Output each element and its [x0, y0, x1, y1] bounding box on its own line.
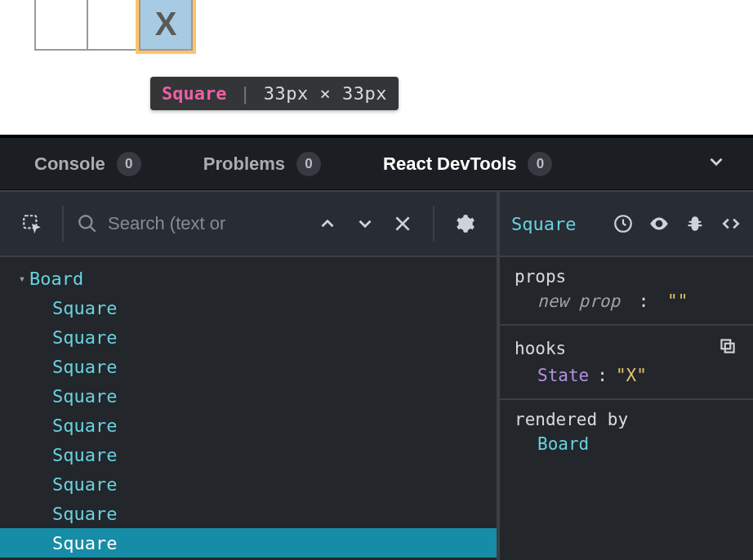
svg-line-2: [91, 227, 96, 232]
props-section: props new prop : "": [500, 257, 753, 326]
gear-icon: [454, 213, 475, 234]
tree-item-square[interactable]: Square: [0, 352, 497, 381]
search-prev-button[interactable]: [310, 207, 345, 241]
tree-item-square[interactable]: Square: [0, 411, 497, 440]
tree-item-square[interactable]: Square: [0, 293, 497, 322]
tooltip-separator: |: [239, 83, 250, 104]
tab-label: Problems: [203, 153, 285, 175]
toolbar-divider: [433, 206, 434, 242]
tic-tac-toe-board: X: [34, 0, 191, 51]
tree-search[interactable]: [77, 213, 302, 234]
section-title-text: rendered by: [515, 410, 628, 429]
tab-console[interactable]: Console 0: [34, 152, 141, 176]
tooltip-dimensions: 33px × 33px: [264, 83, 387, 104]
component-details-pane: Square props: [500, 192, 753, 560]
bug-icon: [684, 213, 706, 234]
devtools-panel: Console 0 Problems 0 React DevTools 0: [0, 135, 753, 560]
search-next-button[interactable]: [348, 207, 382, 241]
tab-react-devtools[interactable]: React DevTools 0: [383, 152, 552, 176]
details-toolbar: Square: [500, 192, 753, 257]
new-prop-row[interactable]: new prop : "": [515, 291, 738, 311]
tooltip-component-name: Square: [162, 83, 226, 104]
inspector-tooltip: Square | 33px × 33px: [150, 77, 399, 110]
tree-item-label: Square: [52, 357, 117, 377]
tab-badge: 0: [528, 152, 552, 176]
tree-item-square[interactable]: Square: [0, 381, 497, 411]
code-icon: [720, 213, 742, 234]
tree-item-label: Square: [52, 474, 117, 495]
tab-badge: 0: [296, 152, 321, 176]
hook-value: "X": [616, 366, 647, 385]
tree-item-square[interactable]: Square: [0, 499, 497, 528]
tree-expand-arrow-icon[interactable]: ▾: [15, 272, 29, 285]
rendered-by-link[interactable]: Board: [537, 434, 589, 454]
tree-item-square[interactable]: Square: [0, 469, 497, 499]
tab-problems[interactable]: Problems 0: [203, 152, 321, 176]
tree-item-label: Square: [52, 416, 117, 436]
tree-item-board[interactable]: ▾Board: [0, 264, 497, 293]
settings-button[interactable]: [448, 207, 482, 241]
tree-item-label: Square: [52, 327, 117, 348]
tree-item-label: Board: [29, 269, 83, 289]
new-prop-value[interactable]: "": [667, 291, 688, 311]
inspect-element-button[interactable]: [15, 207, 49, 241]
tree-item-label: Square: [52, 533, 117, 553]
square-cell[interactable]: [34, 0, 88, 51]
log-to-console-button[interactable]: [684, 213, 706, 234]
tree-item-label: Square: [52, 504, 117, 524]
inspect-dom-button[interactable]: [648, 213, 670, 234]
devtools-tabs: Console 0 Problems 0 React DevTools 0: [0, 138, 753, 190]
selected-component-name: Square: [511, 214, 599, 234]
eye-icon: [648, 213, 670, 234]
tabs-overflow-toggle[interactable]: [706, 151, 727, 177]
svg-point-1: [79, 216, 91, 228]
toolbar-divider: [62, 206, 64, 242]
section-title-text: hooks: [515, 339, 566, 358]
square-cell-highlighted[interactable]: X: [139, 0, 193, 51]
tab-label: React DevTools: [383, 153, 516, 175]
search-input[interactable]: [108, 213, 302, 234]
hooks-section: hooks State: "X": [500, 326, 753, 400]
component-tree[interactable]: ▾BoardSquareSquareSquareSquareSquareSqua…: [0, 257, 497, 560]
search-clear-button[interactable]: [385, 207, 420, 241]
cell-value: X: [155, 6, 177, 42]
tree-item-square[interactable]: Square: [0, 528, 497, 558]
section-title-text: props: [515, 267, 566, 287]
tree-item-label: Square: [52, 298, 117, 318]
suspend-button[interactable]: [613, 213, 634, 234]
tree-item-label: Square: [52, 386, 117, 407]
hooks-expand-icon[interactable]: [717, 336, 738, 361]
tab-badge: 0: [117, 152, 141, 176]
hook-state-row[interactable]: State: "X": [515, 366, 738, 385]
new-prop-label: new prop: [537, 291, 620, 311]
search-icon: [77, 213, 98, 234]
app-preview: X Square | 33px × 33px: [0, 0, 753, 135]
tree-toolbar: [0, 192, 497, 257]
tree-item-square[interactable]: Square: [0, 440, 497, 469]
tab-label: Console: [34, 153, 105, 175]
tree-item-label: Square: [52, 445, 117, 465]
tree-item-square[interactable]: Square: [0, 322, 497, 352]
square-cell[interactable]: [87, 0, 140, 51]
rendered-by-section: rendered by Board: [500, 400, 753, 467]
view-source-button[interactable]: [720, 213, 742, 234]
hook-key: State: [537, 366, 589, 385]
component-tree-pane: ▾BoardSquareSquareSquareSquareSquareSqua…: [0, 192, 500, 560]
